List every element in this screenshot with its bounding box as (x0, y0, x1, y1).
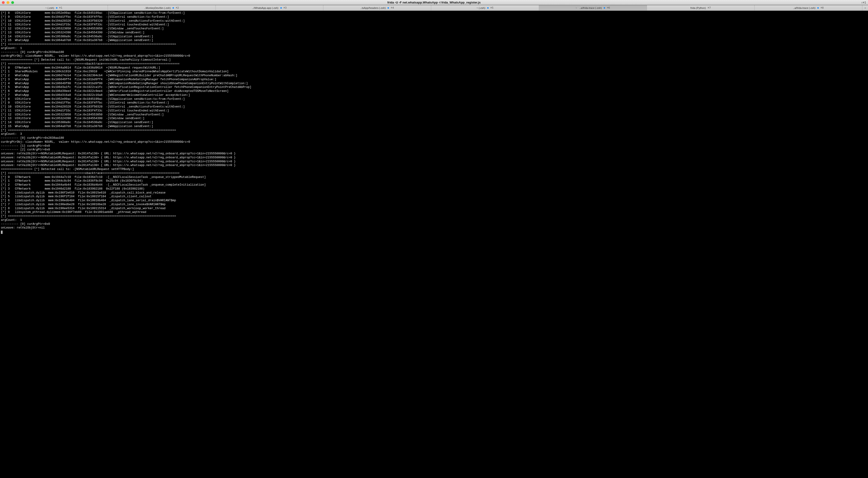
terminal-cursor (1, 231, 3, 234)
tab-3[interactable]: ..tsApp/headers (-zsh)⌘4 (323, 5, 431, 10)
minimize-window-button[interactable] (6, 1, 9, 4)
tab-5[interactable]: ×..a/frida-trace (-zsh)⌘6 (539, 5, 647, 10)
add-tab-button[interactable]: + (862, 5, 868, 10)
tab-6[interactable]: frida (Python)⌘7 (647, 5, 755, 10)
window-title: frida -U -F net.whatsapp.WhatsApp -l fri… (0, 1, 868, 4)
tab-activity-dot-icon (56, 7, 57, 9)
tab-shortcut: ⌘1 (59, 6, 62, 9)
tab-label: ..MonkeyDev/bin (-zsh) (144, 6, 170, 9)
tab-activity-dot-icon (487, 7, 489, 9)
tab-activity-dot-icon (817, 7, 819, 9)
tab-label: ..a/frida-trace (-zsh) (580, 6, 602, 9)
tab-shortcut: ⌘6 (607, 6, 610, 9)
tab-4[interactable]: ~ (-zsh)⌘5 (431, 5, 539, 10)
tab-label: ..tsApp/headers (-zsh) (361, 6, 386, 9)
tab-label: ~ (-zsh) (476, 6, 485, 9)
tab-label: ..a/frida-trace (-zsh) (793, 6, 815, 9)
tab-activity-dot-icon (388, 7, 389, 9)
tab-label: ~ (-zsh) (45, 6, 54, 9)
tab-2[interactable]: ../WhatsApp.app (-zsh)⌘3 (216, 5, 323, 10)
tab-shortcut: ⌘8 (820, 6, 824, 9)
tab-7[interactable]: ..a/frida-trace (-zsh)⌘8 (754, 5, 862, 10)
tab-shortcut: ⌘7 (708, 6, 711, 9)
tab-activity-dot-icon (604, 7, 605, 9)
tab-shortcut: ⌘3 (284, 6, 287, 9)
window-titlebar: frida -U -F net.whatsapp.WhatsApp -l fri… (0, 0, 868, 5)
close-window-button[interactable] (2, 1, 5, 4)
tab-shortcut: ⌘2 (176, 6, 179, 9)
maximize-window-button[interactable] (11, 1, 14, 4)
tab-label: ../WhatsApp.app (-zsh) (252, 6, 279, 9)
tab-label: frida (Python) (690, 6, 706, 9)
tab-activity-dot-icon (173, 7, 174, 9)
tab-0[interactable]: ~ (-zsh)⌘1 (0, 5, 108, 10)
tab-shortcut: ⌘5 (491, 6, 494, 9)
traffic-lights (2, 1, 14, 4)
tab-shortcut: ⌘4 (391, 6, 394, 9)
window-shortcut-indicator: ⇧⌘1 (861, 1, 866, 4)
tab-bar: ~ (-zsh)⌘1..MonkeyDev/bin (-zsh)⌘2../Wha… (0, 5, 868, 11)
tab-close-icon[interactable]: × (576, 6, 577, 9)
tab-activity-dot-icon (280, 7, 282, 9)
tab-1[interactable]: ..MonkeyDev/bin (-zsh)⌘2 (108, 5, 216, 10)
terminal-output[interactable]: [*] 8 UIKitCore mem:0x1952e99ac file:0x1… (0, 11, 868, 478)
